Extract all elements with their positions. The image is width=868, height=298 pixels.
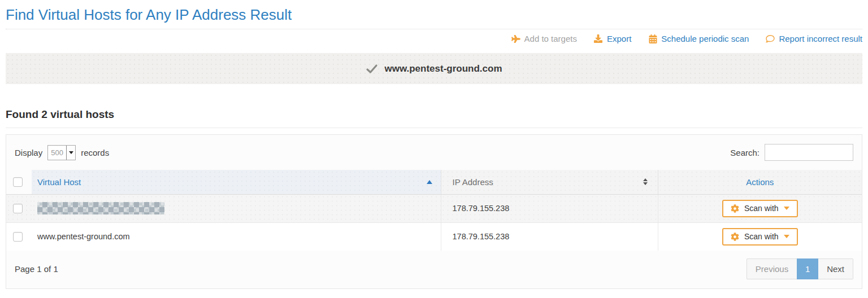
ip-address-cell: 178.79.155.238 xyxy=(441,222,658,251)
add-to-targets-button[interactable]: Add to targets xyxy=(511,34,577,43)
virtual-host-cell xyxy=(32,194,441,222)
row-checkbox-cell xyxy=(6,222,32,251)
records-per-page-value: 500 xyxy=(48,146,66,160)
target-banner: www.pentest-ground.com xyxy=(6,53,862,84)
scan-with-label: Scan with xyxy=(744,232,779,241)
results-heading: Found 2 virtual hosts xyxy=(6,108,862,128)
header-checkbox-cell xyxy=(6,170,32,194)
comment-icon xyxy=(766,34,775,43)
download-icon xyxy=(594,34,603,43)
table-controls: Display 500 records Search: xyxy=(6,135,862,170)
export-button[interactable]: Export xyxy=(594,34,631,43)
display-label: Display xyxy=(15,148,42,157)
scan-with-button[interactable]: Scan with xyxy=(722,228,798,246)
records-per-page-select[interactable]: 500 xyxy=(47,145,76,160)
gear-icon xyxy=(731,233,739,241)
export-label: Export xyxy=(607,34,631,43)
page-info: Page 1 of 1 xyxy=(15,264,58,274)
ip-address-header-label: IP Address xyxy=(453,177,493,187)
actions-cell: Scan with xyxy=(658,194,862,222)
row-checkbox-cell xyxy=(6,194,32,222)
row-checkbox[interactable] xyxy=(13,232,23,242)
check-icon xyxy=(366,63,378,75)
page-title: Find Virtual Hosts for Any IP Address Re… xyxy=(6,6,862,24)
report-incorrect-result-button[interactable]: Report incorrect result xyxy=(766,34,862,43)
table-row: 178.79.155.238 Scan with xyxy=(6,194,862,222)
ip-address-cell: 178.79.155.238 xyxy=(441,194,658,222)
records-label: records xyxy=(81,148,109,157)
select-arrow-icon xyxy=(66,146,75,160)
column-header-virtual-host[interactable]: Virtual Host xyxy=(32,170,441,194)
search-label: Search: xyxy=(730,148,760,157)
row-checkbox[interactable] xyxy=(13,204,23,213)
pagination: Previous 1 Next xyxy=(747,258,853,279)
actions-header-label: Actions xyxy=(746,177,774,187)
table-header-row: Virtual Host IP Address Actions xyxy=(6,170,862,194)
report-incorrect-result-label: Report incorrect result xyxy=(779,34,862,43)
previous-page-button[interactable]: Previous xyxy=(747,258,797,279)
schedule-periodic-scan-label: Schedule periodic scan xyxy=(661,34,749,43)
display-records-group: Display 500 records xyxy=(15,145,109,160)
results-table: Virtual Host IP Address Actions xyxy=(6,170,862,251)
gear-icon xyxy=(731,204,739,213)
sort-ascending-icon xyxy=(427,180,432,184)
scan-with-label: Scan with xyxy=(744,204,779,213)
column-header-ip-address[interactable]: IP Address xyxy=(441,170,658,194)
add-to-targets-label: Add to targets xyxy=(524,34,577,43)
virtual-host-header-label: Virtual Host xyxy=(37,177,81,187)
virtual-host-cell: www.pentest-ground.com xyxy=(32,222,441,251)
target-name: www.pentest-ground.com xyxy=(384,63,502,74)
scan-with-button[interactable]: Scan with xyxy=(722,200,798,217)
table-footer: Page 1 of 1 Previous 1 Next xyxy=(6,251,862,288)
redacted-host-blur xyxy=(37,202,164,214)
page: Find Virtual Hosts for Any IP Address Re… xyxy=(0,6,868,298)
search-input[interactable] xyxy=(765,144,853,161)
column-header-actions: Actions xyxy=(658,170,862,194)
calendar-icon xyxy=(648,34,657,43)
schedule-periodic-scan-button[interactable]: Schedule periodic scan xyxy=(648,34,749,43)
caret-down-icon xyxy=(784,235,789,238)
sort-both-icon xyxy=(643,178,648,185)
results-table-card: Display 500 records Search: xyxy=(6,134,862,289)
caret-down-icon xyxy=(784,207,789,210)
next-page-button[interactable]: Next xyxy=(818,258,853,279)
plane-icon xyxy=(511,34,520,43)
page-number-button[interactable]: 1 xyxy=(797,258,818,279)
search-group: Search: xyxy=(730,144,853,161)
select-all-checkbox[interactable] xyxy=(13,177,23,187)
toolbar: Add to targets Export Schedule periodic … xyxy=(6,29,862,49)
table-row: www.pentest-ground.com 178.79.155.238 Sc… xyxy=(6,222,862,251)
actions-cell: Scan with xyxy=(658,222,862,251)
